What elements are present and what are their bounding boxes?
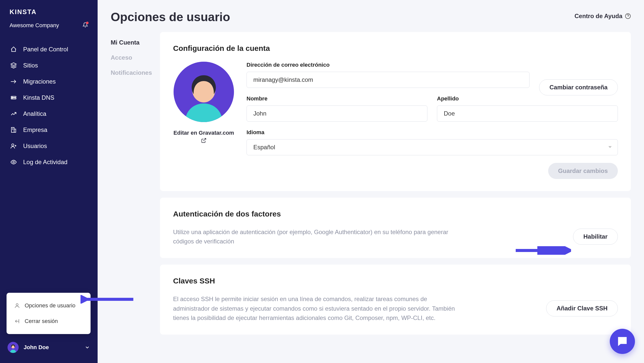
subnav-notifications[interactable]: Notificaciones: [111, 65, 160, 80]
footer-user-name: John Doe: [24, 344, 79, 351]
home-icon: [10, 46, 17, 53]
svg-point-10: [12, 144, 14, 146]
svg-point-5: [12, 98, 12, 99]
main-content: Opciones de usuario Centro de Ayuda Mi C…: [98, 0, 644, 363]
user-menu-label: Opciones de usuario: [25, 302, 75, 309]
save-changes-button: Guardar cambios: [548, 163, 618, 179]
svg-line-21: [203, 138, 206, 141]
firstname-label: Nombre: [247, 95, 427, 102]
layers-icon: [10, 62, 17, 69]
nav-label: Analítica: [23, 110, 46, 117]
notifications-bell-icon[interactable]: [83, 22, 88, 29]
help-label: Centro de Ayuda: [575, 13, 622, 20]
dns-icon: [10, 94, 17, 101]
company-name: Awesome Company: [10, 22, 59, 29]
analytics-icon: [10, 110, 17, 117]
svg-point-14: [16, 304, 18, 306]
sidebar-item-analytics[interactable]: Analítica: [0, 106, 98, 122]
svg-marker-1: [11, 63, 16, 65]
migrate-icon: [10, 78, 17, 85]
email-field[interactable]: [247, 72, 530, 88]
gravatar-label: Editar en Gravatar.com: [174, 130, 234, 136]
user-menu-logout[interactable]: Cerrar sesión: [7, 313, 91, 329]
subnav-access[interactable]: Acceso: [111, 50, 160, 65]
nav-label: Sitios: [23, 62, 38, 69]
nav-label: Kinsta DNS: [23, 94, 54, 101]
user-avatar-small: [8, 342, 19, 353]
user-menu-label: Cerrar sesión: [25, 318, 58, 324]
change-password-button[interactable]: Cambiar contraseña: [539, 79, 618, 95]
svg-text:KINSTA: KINSTA: [10, 8, 37, 15]
enable-2fa-button[interactable]: Habilitar: [573, 229, 618, 245]
brand-logo[interactable]: KINSTA: [10, 8, 88, 16]
twofa-title: Autenticación de dos factores: [173, 210, 618, 218]
sidebar-item-company[interactable]: Empresa: [0, 122, 98, 138]
svg-point-4: [12, 97, 12, 97]
firstname-field[interactable]: [247, 105, 427, 122]
account-config-panel: Configuración de la cuenta Editar en Gra…: [160, 32, 631, 191]
primary-nav: Panel de Control Sitios Migraciones Kins…: [0, 34, 98, 336]
lastname-label: Apellido: [437, 95, 618, 102]
chat-launcher-button[interactable]: [610, 329, 635, 354]
svg-point-13: [13, 161, 15, 163]
sidebar-item-sites[interactable]: Sitios: [0, 57, 98, 74]
subnav-account[interactable]: Mi Cuenta: [111, 35, 160, 50]
notification-dot: [86, 22, 89, 24]
twofa-panel: Autenticación de dos factores Utilize un…: [160, 198, 631, 258]
sidebar: KINSTA Awesome Company Panel de Control …: [0, 0, 98, 363]
ssh-title: Claves SSH: [173, 277, 618, 285]
email-label: Dirección de correo electrónico: [247, 62, 530, 68]
lastname-field[interactable]: [437, 105, 618, 122]
help-center-link[interactable]: Centro de Ayuda: [575, 13, 631, 20]
nav-label: Usuarios: [23, 142, 47, 150]
nav-label: Empresa: [23, 126, 47, 133]
sidebar-user-footer[interactable]: John Doe: [0, 336, 98, 363]
add-ssh-key-button[interactable]: Añadir Clave SSH: [546, 300, 618, 316]
user-avatar-large: [174, 62, 234, 122]
user-menu-popup: Opciones de usuario Cerrar sesión: [7, 293, 91, 334]
nav-label: Migraciones: [23, 78, 56, 85]
sidebar-item-users[interactable]: Usuarios: [0, 138, 98, 154]
svg-rect-7: [14, 129, 16, 132]
company-icon: [10, 126, 17, 133]
language-label: Idioma: [247, 129, 618, 136]
chevron-down-icon: [85, 345, 90, 350]
external-link-icon: [201, 138, 207, 143]
sidebar-item-dashboard[interactable]: Panel de Control: [0, 41, 98, 57]
sidebar-item-activity[interactable]: Log de Actividad: [0, 154, 98, 170]
user-icon: [14, 303, 20, 309]
users-icon: [10, 142, 17, 150]
nav-label: Log de Actividad: [23, 159, 67, 166]
twofa-description: Utilize una aplicación de autenticación …: [173, 227, 462, 246]
sidebar-item-migrations[interactable]: Migraciones: [0, 74, 98, 90]
gravatar-link[interactable]: Editar en Gravatar.com: [174, 130, 234, 143]
language-select[interactable]: [247, 139, 618, 155]
help-icon: [625, 13, 631, 19]
account-section-title: Configuración de la cuenta: [173, 44, 618, 53]
ssh-description: El acceso SSH le permite iniciar sesión …: [173, 294, 462, 322]
settings-subnav: Mi Cuenta Acceso Notificaciones: [111, 32, 160, 341]
user-menu-options[interactable]: Opciones de usuario: [7, 298, 91, 313]
eye-icon: [10, 159, 17, 166]
chat-icon: [616, 335, 628, 347]
logout-icon: [14, 318, 20, 324]
ssh-panel: Claves SSH El acceso SSH le permite inic…: [160, 265, 631, 335]
page-title: Opciones de usuario: [111, 10, 230, 24]
sidebar-item-dns[interactable]: Kinsta DNS: [0, 90, 98, 106]
nav-label: Panel de Control: [23, 46, 68, 53]
